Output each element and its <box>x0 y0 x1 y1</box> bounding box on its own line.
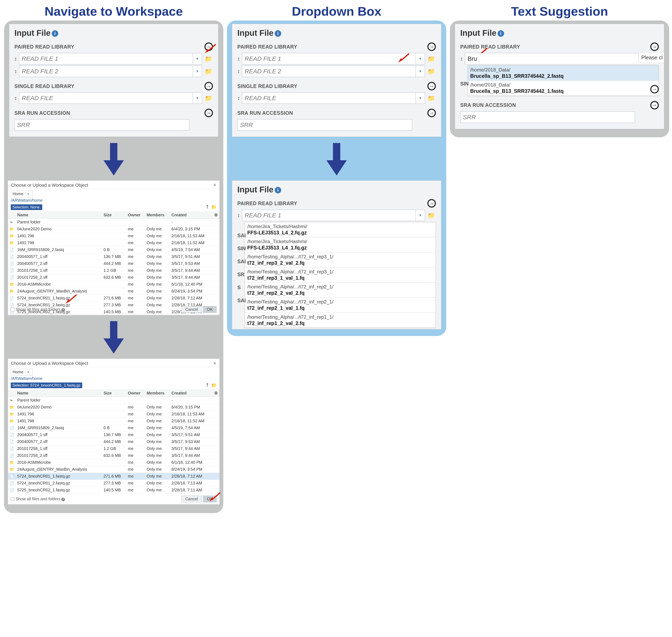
read-file-input[interactable] <box>19 92 193 104</box>
read-file-1-input[interactable] <box>242 53 415 65</box>
add-paired-icon[interactable] <box>427 199 436 207</box>
sort-icon[interactable] <box>237 95 240 101</box>
dropdown-item[interactable]: /home/Jira_Tickets/Hashmi/FFS-LEJ3513_L4… <box>245 222 436 237</box>
ws-home-select[interactable]: Home <box>11 190 33 197</box>
sort-icon[interactable] <box>14 95 17 101</box>
sort-icon[interactable] <box>14 69 17 74</box>
add-paired-icon[interactable] <box>427 42 436 51</box>
table-row[interactable]: 1491.798meOnly me2/16/18, 11:52 AM <box>8 418 220 424</box>
read-file-1-input[interactable] <box>19 53 193 65</box>
dropdown-toggle[interactable] <box>193 66 202 77</box>
dropdown-toggle[interactable] <box>415 210 425 221</box>
table-row[interactable]: 5725_bneohCR02_1.fastq.gz140.5 MBmeOnly … <box>8 487 220 494</box>
table-row[interactable]: 1491.798meOnly me2/16/18, 11:52 AM <box>8 239 220 247</box>
dropdown-item[interactable]: /home/Testing_Alpha/.../t72_inf_rep2_1/t… <box>245 283 436 297</box>
info-icon[interactable]: i <box>275 187 281 194</box>
dropdown-item[interactable]: /home/Testing_Alpha/.../t72_inf_rep2_1/t… <box>245 297 436 313</box>
col-members[interactable]: Members <box>145 211 170 219</box>
sort-icon[interactable] <box>460 56 463 61</box>
cancel-button[interactable]: Cancel <box>182 496 202 502</box>
dropdown-toggle[interactable] <box>415 53 425 65</box>
help-icon[interactable]: ? <box>61 498 65 501</box>
help-icon[interactable]: ? <box>61 308 65 312</box>
table-row[interactable]: 201017258_1.sff1.2 GBmeOnly me3/5/17, 9:… <box>8 445 220 452</box>
new-folder-icon[interactable]: 📁 <box>211 204 217 210</box>
new-folder-icon[interactable]: 📁 <box>211 383 217 388</box>
dropdown-toggle[interactable] <box>193 53 202 65</box>
table-row[interactable]: 2016-ASMMicrobemeOnly me6/1/18, 12:40 PM <box>8 459 220 466</box>
table-row[interactable]: 1491.796meOnly me2/16/18, 11:53 AM <box>8 233 220 239</box>
sort-icon[interactable] <box>237 56 240 61</box>
upload-icon[interactable]: ⤒ <box>205 204 209 210</box>
table-row[interactable]: 24August_iSENTRY_MaxBin_AnalysismeOnly m… <box>8 288 220 295</box>
add-sra-icon[interactable] <box>204 109 213 117</box>
browse-folder-icon[interactable] <box>427 95 436 102</box>
add-paired-icon[interactable] <box>204 42 213 51</box>
cancel-button[interactable]: Cancel <box>182 306 202 313</box>
ok-button[interactable]: OK <box>203 306 217 313</box>
read-file-2-input[interactable] <box>242 66 415 77</box>
table-row[interactable]: 2016-ASMMicrobemeOnly me6/1/18, 12:40 PM <box>8 281 220 288</box>
add-sra-icon[interactable] <box>427 109 436 117</box>
table-row[interactable]: 04June2020 DemomeOnly me6/4/20, 3:15 PM <box>8 226 220 233</box>
close-icon[interactable]: ✕ <box>213 183 217 188</box>
browse-folder-icon[interactable] <box>204 95 213 102</box>
read-file-1-input[interactable] <box>242 210 415 221</box>
read-file-2-input[interactable] <box>19 66 193 77</box>
dropdown-item[interactable]: /home/Testing_Alpha/.../t72_inf_rep1_1/t… <box>245 313 436 328</box>
sra-input[interactable] <box>460 111 635 123</box>
browse-folder-icon[interactable] <box>204 55 213 62</box>
gear-icon[interactable] <box>214 391 218 395</box>
browse-folder-icon[interactable] <box>427 55 436 62</box>
dropdown-item[interactable]: /home/Jira_Tickets/Hashmi/FFS-LEJ3513_L4… <box>245 237 436 252</box>
add-single-icon[interactable] <box>650 85 659 93</box>
show-all-checkbox[interactable] <box>11 497 14 501</box>
read-file-1-input[interactable] <box>465 53 650 65</box>
add-single-icon[interactable] <box>427 82 436 90</box>
ws-path[interactable]: /ARWattam/home <box>11 376 217 382</box>
table-row[interactable]: 24August_iSENTRY_MaxBin_AnalysismeOnly m… <box>8 466 220 473</box>
sra-input[interactable] <box>14 119 189 131</box>
read-file-input[interactable] <box>242 92 415 104</box>
table-row[interactable]: 5724_bneohCR01_1.fastq.gz271.6 MBmeOnly … <box>8 295 220 302</box>
upload-icon[interactable]: ⤒ <box>205 383 209 388</box>
table-row[interactable]: 200400577_2.sff444.2 MBmeOnly me3/5/17, … <box>8 438 220 445</box>
table-row[interactable]: Parent folder- <box>8 397 220 404</box>
dropdown-toggle[interactable] <box>415 66 425 77</box>
info-icon[interactable]: i <box>498 30 504 37</box>
close-icon[interactable]: ✕ <box>213 361 217 366</box>
browse-folder-icon[interactable] <box>204 68 213 75</box>
show-all-checkbox[interactable] <box>11 308 14 311</box>
sort-icon[interactable] <box>237 69 240 74</box>
table-row[interactable]: 200400577_1.sff136.7 MBmeOnly me3/5/17, … <box>8 253 220 260</box>
suggestion-item[interactable]: /home/2018_Data/Brucella_sp_B13_SRR37454… <box>468 66 659 80</box>
sort-icon[interactable] <box>14 56 17 61</box>
col-name[interactable]: Name <box>16 211 102 219</box>
table-row[interactable]: Parent folder- <box>8 219 220 226</box>
col-owner[interactable]: Owner <box>126 211 145 219</box>
col-size[interactable]: Size <box>102 389 126 397</box>
add-sra-icon[interactable] <box>650 101 659 109</box>
browse-folder-icon[interactable] <box>427 212 436 219</box>
table-row[interactable]: 5724_bneohCR01_1.fastq.gz271.6 MBmeOnly … <box>8 473 220 480</box>
dropdown-toggle[interactable] <box>193 92 202 104</box>
table-row[interactable]: 201017258_2.sff632.6 MBmeOnly me3/5/17, … <box>8 274 220 281</box>
info-icon[interactable]: i <box>275 30 281 37</box>
table-row[interactable]: 201017258_1.sff1.2 GBmeOnly me3/5/17, 9:… <box>8 267 220 274</box>
col-owner[interactable]: Owner <box>126 389 145 397</box>
suggestion-item[interactable]: /home/2018_Data/Brucella_sp_B13_SRR37454… <box>468 80 659 96</box>
add-paired-icon[interactable] <box>650 42 659 51</box>
add-single-icon[interactable] <box>204 82 213 90</box>
ws-home-select[interactable]: Home <box>11 369 33 376</box>
col-members[interactable]: Members <box>145 389 170 397</box>
dropdown-item[interactable]: /home/Testing_Alpha/.../t72_inf_rep3_1/t… <box>245 253 436 268</box>
table-row[interactable]: 16M_SRR915809_2.fastq0 BmeOnly me4/5/19,… <box>8 247 220 253</box>
dropdown-toggle[interactable] <box>415 92 425 104</box>
table-row[interactable]: 16M_SRR915809_2.fastq0 BmeOnly me4/5/19,… <box>8 424 220 432</box>
col-created[interactable]: Created <box>170 389 212 397</box>
table-row[interactable]: 200400577_1.sff136.7 MBmeOnly me3/5/17, … <box>8 432 220 438</box>
ok-button[interactable]: OK <box>203 496 217 502</box>
col-name[interactable]: Name <box>16 389 102 397</box>
table-row[interactable]: 200400577_2.sff444.2 MBmeOnly me3/5/17, … <box>8 260 220 267</box>
gear-icon[interactable] <box>214 213 218 217</box>
